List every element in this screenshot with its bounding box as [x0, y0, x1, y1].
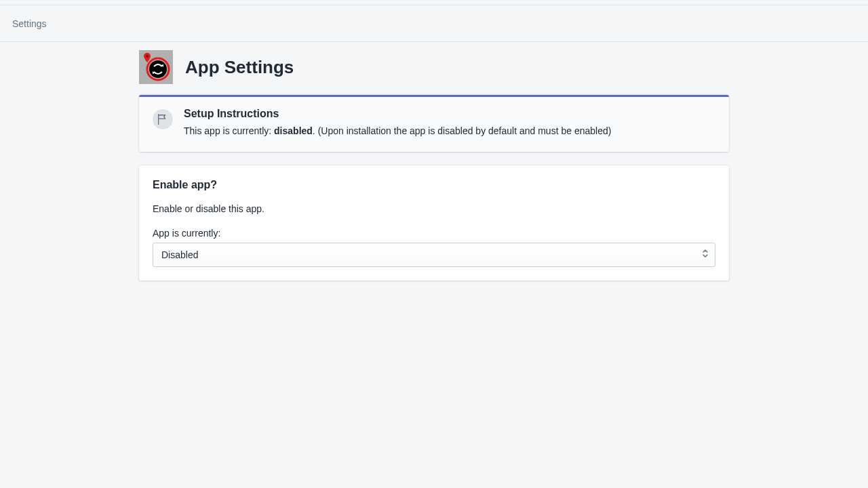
svg-point-1 — [149, 60, 167, 78]
setup-desc-suffix: . (Upon installation the app is disabled… — [313, 125, 612, 136]
app-icon — [139, 50, 173, 84]
top-divider — [0, 0, 868, 5]
setup-title: Setup Instructions — [184, 108, 715, 120]
flag-icon — [157, 113, 169, 125]
setup-desc-status: disabled — [274, 125, 313, 136]
app-status-select-wrap: DisabledEnabled — [153, 243, 715, 267]
svg-point-4 — [146, 55, 149, 58]
enable-description: Enable or disable this app. — [153, 203, 715, 214]
setup-description: This app is currently: disabled. (Upon i… — [184, 124, 715, 138]
setup-instructions-card: Setup Instructions This app is currently… — [139, 95, 729, 152]
breadcrumb-bar: Settings — [0, 5, 868, 42]
flag-icon-circle — [153, 109, 173, 129]
enable-app-card: Enable app? Enable or disable this app. … — [139, 165, 729, 281]
app-status-label: App is currently: — [153, 228, 715, 239]
app-status-select[interactable]: DisabledEnabled — [153, 243, 715, 267]
page-header: App Settings — [139, 50, 729, 95]
setup-desc-prefix: This app is currently: — [184, 125, 274, 136]
page-title: App Settings — [185, 57, 294, 78]
enable-title: Enable app? — [153, 179, 715, 191]
breadcrumb-settings-link[interactable]: Settings — [12, 18, 47, 29]
